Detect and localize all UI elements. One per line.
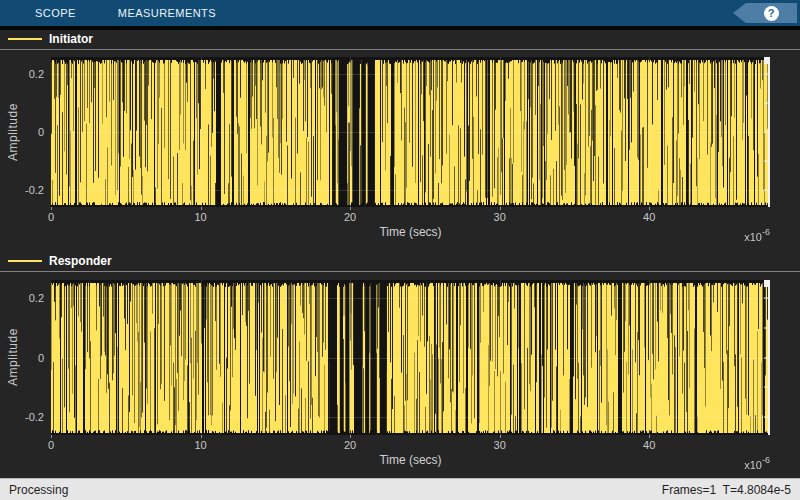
initiator-panel: Initiator Amplitude 0.2 0 -0.2 0 10 20 3… bbox=[0, 30, 800, 252]
right-axis-tick bbox=[764, 327, 769, 328]
x-axis-multiplier: x10-6 bbox=[744, 456, 770, 471]
x-tick-label: 20 bbox=[344, 439, 356, 451]
legend-item-responder[interactable]: Responder bbox=[8, 252, 112, 270]
legend-separator bbox=[0, 271, 800, 272]
tab-scope[interactable]: SCOPE bbox=[14, 0, 97, 26]
legend-item-initiator[interactable]: Initiator bbox=[8, 30, 93, 48]
help-icon: ? bbox=[764, 6, 779, 21]
x-tick-label: 0 bbox=[48, 211, 54, 223]
x-tick-mark bbox=[649, 207, 650, 210]
right-axis-tick bbox=[764, 103, 769, 104]
initiator-plot-area: 0.2 0 -0.2 0 10 20 30 40 Time (secs) x10… bbox=[51, 57, 770, 207]
x-tick-label: 40 bbox=[643, 211, 655, 223]
x-tick-mark bbox=[350, 435, 351, 438]
y-tick-label: 0.2 bbox=[6, 292, 44, 304]
y-tick-label: 0.2 bbox=[6, 68, 44, 80]
responder-waveform[interactable] bbox=[51, 280, 770, 435]
y-tick-label: 0 bbox=[6, 126, 44, 138]
scrollbar-thumb[interactable] bbox=[764, 57, 770, 64]
right-axis-tick bbox=[764, 132, 769, 133]
help-button[interactable]: ? bbox=[733, 2, 797, 24]
x-tick-label: 10 bbox=[194, 439, 206, 451]
right-axis-tick bbox=[764, 417, 769, 418]
x-tick-mark bbox=[350, 207, 351, 210]
right-axis-tick bbox=[764, 357, 769, 358]
x-tick-mark bbox=[51, 207, 52, 210]
x-tick-mark bbox=[500, 435, 501, 438]
x-tick-label: 40 bbox=[643, 439, 655, 451]
status-message: Processing bbox=[9, 483, 68, 497]
x-tick-mark bbox=[500, 207, 501, 210]
status-bar: Processing Frames=1 T=4.8084e-5 bbox=[0, 478, 800, 500]
x-tick-mark bbox=[201, 207, 202, 210]
y-tick-label: -0.2 bbox=[6, 184, 44, 196]
x-axis-label: Time (secs) bbox=[51, 225, 770, 239]
x-tick-label: 30 bbox=[494, 211, 506, 223]
scrollbar-thumb[interactable] bbox=[764, 280, 770, 287]
right-axis-tick bbox=[764, 387, 769, 388]
toolstrip: SCOPE MEASUREMENTS ? bbox=[0, 0, 800, 26]
x-tick-mark bbox=[649, 435, 650, 438]
responder-legend: Responder bbox=[0, 252, 800, 270]
x-axis-multiplier: x10-6 bbox=[744, 228, 770, 243]
yellow-line-sample-icon bbox=[8, 38, 42, 40]
right-axis-tick bbox=[764, 189, 769, 190]
scope-window: SCOPE MEASUREMENTS ? Initiator Amplitude… bbox=[0, 0, 800, 500]
frame-time-readout: Frames=1 T=4.8084e-5 bbox=[662, 483, 791, 497]
x-axis-label: Time (secs) bbox=[51, 453, 770, 467]
x-tick-mark bbox=[51, 435, 52, 438]
responder-panel: Responder Amplitude 0.2 0 -0.2 0 10 20 3… bbox=[0, 252, 800, 478]
y-tick-label: 0 bbox=[6, 352, 44, 364]
x-tick-label: 30 bbox=[494, 439, 506, 451]
initiator-waveform[interactable] bbox=[51, 57, 770, 207]
x-tick-label: 20 bbox=[344, 211, 356, 223]
legend-label: Responder bbox=[49, 254, 112, 268]
right-axis-tick bbox=[764, 160, 769, 161]
right-axis-tick bbox=[764, 297, 769, 298]
yellow-line-sample-icon bbox=[8, 260, 42, 262]
tab-measurements[interactable]: MEASUREMENTS bbox=[97, 0, 237, 26]
x-tick-label: 10 bbox=[194, 211, 206, 223]
x-tick-mark bbox=[201, 435, 202, 438]
responder-plot-area: 0.2 0 -0.2 0 10 20 30 40 Time (secs) x10… bbox=[51, 280, 770, 435]
legend-separator bbox=[0, 49, 800, 50]
initiator-legend: Initiator bbox=[0, 30, 800, 48]
x-tick-label: 0 bbox=[48, 439, 54, 451]
right-axis-tick bbox=[764, 74, 769, 75]
legend-label: Initiator bbox=[49, 32, 93, 46]
y-tick-label: -0.2 bbox=[6, 411, 44, 423]
